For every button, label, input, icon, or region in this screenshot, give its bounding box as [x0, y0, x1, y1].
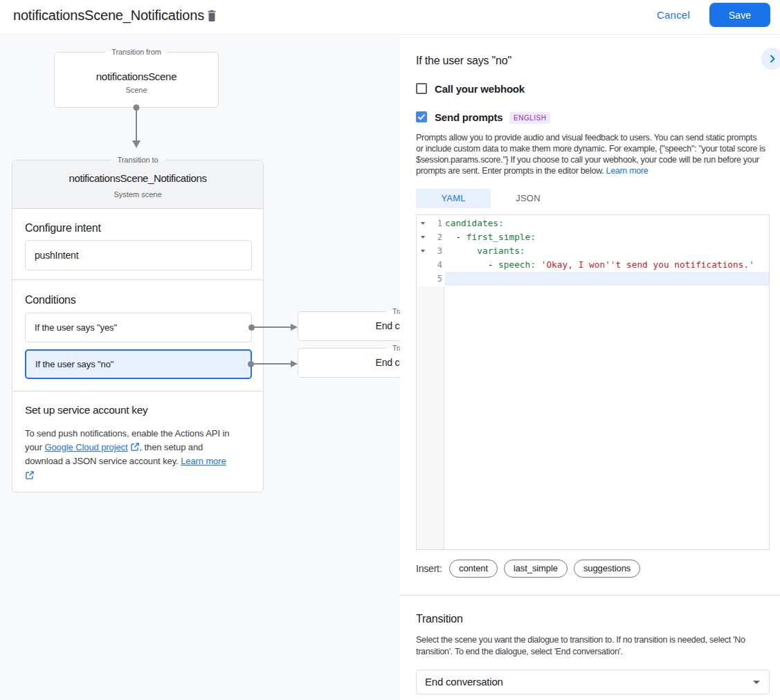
end-node-label: End conversation	[376, 320, 401, 331]
chevron-right-icon	[767, 53, 778, 64]
code-line: candidates:	[445, 217, 769, 230]
transition-select[interactable]: End conversation	[416, 670, 770, 694]
call-webhook-checkbox[interactable]	[416, 83, 427, 94]
connector-line	[136, 109, 137, 141]
editor-line[interactable]: 2 - first_simple:	[417, 230, 769, 244]
scene-card: Transition to notificationsScene_Notific…	[12, 160, 264, 492]
save-button[interactable]: Save	[709, 3, 770, 27]
end-conversation-node[interactable]: Transition to End conversation	[298, 348, 400, 378]
transition-to-legend: Transition to	[386, 307, 400, 316]
insert-suggestions-button[interactable]: suggestions	[574, 560, 640, 578]
prompt-code-editor[interactable]: 1candidates:2 - first_simple:3 variants:…	[416, 214, 770, 550]
delete-scene-button[interactable]	[206, 8, 218, 22]
condition-text: If the user says "yes"	[35, 322, 117, 333]
condition-arrow-line	[253, 326, 291, 328]
condition-arrowhead	[291, 360, 298, 367]
editor-line[interactable]: 1candidates:	[417, 217, 769, 230]
collapse-panel-button[interactable]	[761, 48, 780, 70]
transition-description: Select the scene you want the dialogue t…	[416, 634, 779, 658]
call-webhook-label: Call your webhook	[435, 83, 525, 95]
panel-title: If the user says "no"	[416, 55, 511, 67]
google-cloud-project-link[interactable]: Google Cloud project	[44, 442, 127, 452]
page-title: notificationsScene_Notifications	[13, 8, 204, 24]
service-account-text: To send push notifications, enable the A…	[25, 427, 253, 480]
line-number: 2	[417, 230, 442, 244]
code-line	[445, 272, 769, 286]
line-number: 3	[417, 244, 442, 258]
scene-card-header[interactable]: Transition to notificationsScene_Notific…	[12, 160, 263, 209]
header: notificationsScene_Notifications Cancel …	[0, 0, 780, 35]
scene-card-type: System scene	[12, 190, 263, 199]
condition-text: If the user says "no"	[35, 359, 114, 369]
service-account-title: Set up service account key	[25, 392, 251, 416]
cancel-button[interactable]: Cancel	[653, 9, 693, 21]
insert-label: Insert:	[416, 563, 442, 574]
insert-last-simple-button[interactable]: last_simple	[504, 560, 568, 578]
conditions-section: Conditions If the user says "yes" If the…	[12, 280, 263, 392]
send-prompts-checkbox[interactable]	[416, 111, 427, 122]
dropdown-caret-icon	[753, 681, 760, 684]
end-node-label: End conversation	[376, 357, 401, 368]
from-node-name: notificationsScene	[55, 71, 218, 82]
scene-card-name: notificationsScene_Notifications	[12, 173, 263, 184]
tab-json[interactable]: JSON	[491, 189, 565, 208]
intent-input[interactable]: pushIntent	[25, 240, 252, 270]
language-badge: ENGLISH	[509, 112, 550, 124]
transition-value: End conversation	[425, 676, 503, 688]
configure-intent-label: Configure intent	[25, 209, 251, 234]
editor-line[interactable]: 3 variants:	[417, 244, 769, 258]
code-line: - speech: 'Okay, I won''t send you notif…	[445, 258, 769, 272]
code-line: variants:	[445, 244, 769, 258]
external-link-icon	[25, 470, 35, 480]
condition-item-no[interactable]: If the user says "no"	[25, 349, 252, 379]
learn-more-link[interactable]: Learn more	[606, 166, 649, 176]
transition-from-legend: Transition from	[105, 48, 167, 57]
condition-arrow-line	[253, 363, 291, 365]
section-divider	[400, 595, 780, 596]
send-prompts-label: Send prompts	[435, 111, 502, 123]
code-line: - first_simple:	[445, 230, 769, 244]
transition-title: Transition	[416, 613, 463, 625]
learn-more-link[interactable]: Learn more	[181, 456, 226, 466]
trash-icon	[206, 8, 218, 22]
condition-item-yes[interactable]: If the user says "yes"	[25, 313, 252, 342]
editor-tabs: YAML JSON	[416, 189, 565, 208]
transition-to-legend: Transition to	[111, 156, 165, 165]
service-account-section: Set up service account key To send push …	[12, 392, 263, 492]
line-number: 1	[417, 217, 442, 230]
external-link-icon	[130, 442, 140, 452]
conditions-label: Conditions	[25, 280, 251, 306]
checkmark-icon	[416, 111, 427, 122]
from-node-type: Scene	[55, 86, 218, 94]
line-number: 4	[417, 258, 442, 272]
line-number: 5	[417, 272, 442, 286]
configure-intent-section: Configure intent pushIntent	[12, 209, 263, 280]
condition-detail-panel: If the user says "no" Call your webhook …	[400, 35, 780, 700]
editor-line[interactable]: 4 - speech: 'Okay, I won''t send you not…	[417, 258, 769, 272]
prompts-description: Prompts allow you to provide audio and v…	[416, 132, 779, 176]
tab-yaml[interactable]: YAML	[416, 189, 491, 208]
transition-to-legend: Transition to	[386, 344, 400, 353]
insert-content-button[interactable]: content	[449, 560, 498, 578]
end-conversation-node[interactable]: Transition to End conversation	[298, 311, 400, 341]
scene-diagram: Transition from notificationsScene Scene…	[0, 35, 400, 700]
editor-line[interactable]: 5	[417, 272, 769, 286]
transition-from-node[interactable]: Transition from notificationsScene Scene	[54, 52, 219, 108]
condition-arrowhead	[291, 324, 298, 331]
connector-arrowhead	[132, 140, 140, 148]
